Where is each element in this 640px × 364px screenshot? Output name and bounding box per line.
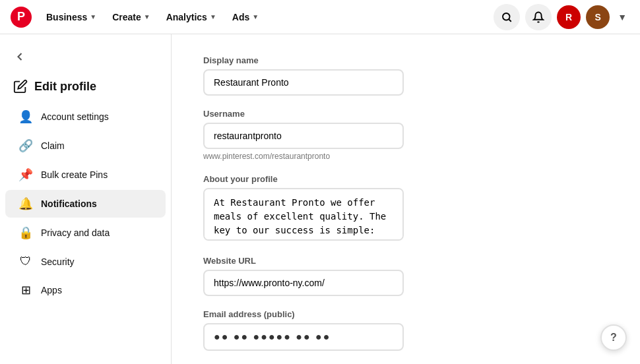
sidebar: Edit profile 👤 Account settings 🔗 Claim … (0, 34, 172, 364)
chevron-down-icon: ▼ (144, 13, 150, 20)
svg-point-0 (503, 13, 510, 20)
sidebar-title: Edit profile (34, 80, 96, 94)
sidebar-item-bulk-create-pins[interactable]: 📌 Bulk create Pins (5, 161, 166, 189)
nav-business-label: Business (46, 12, 87, 22)
notifications-button[interactable] (525, 4, 552, 30)
sidebar-item-claim[interactable]: 🔗 Claim (5, 132, 166, 160)
website-label: Website URL (203, 256, 404, 266)
edit-profile-form: Display name Username www.pinterest.com/… (203, 55, 404, 364)
pinterest-logo[interactable]: P (11, 7, 32, 28)
nav-business[interactable]: Business ▼ (40, 8, 103, 26)
email-label: Email address (public) (203, 309, 404, 319)
search-icon (501, 11, 513, 23)
edit-profile-icon (13, 79, 28, 94)
website-input[interactable] (203, 270, 404, 296)
chevron-down-icon: ▼ (210, 13, 216, 20)
nav-right: R S ▼ (494, 4, 629, 30)
username-label: Username (203, 109, 404, 119)
sidebar-item-privacy-data-label: Privacy and data (41, 228, 110, 238)
display-name-input[interactable] (203, 69, 404, 96)
sidebar-item-notifications[interactable]: 🔔 Notifications (5, 190, 166, 218)
back-arrow-icon (13, 50, 26, 63)
website-field-group: Website URL (203, 256, 404, 296)
sidebar-item-claim-label: Claim (41, 140, 65, 151)
nav-create-label: Create (112, 12, 141, 22)
nav-ads[interactable]: Ads ▼ (226, 8, 265, 26)
sidebar-items: 👤 Account settings 🔗 Claim 📌 Bulk create… (0, 103, 171, 304)
chevron-down-icon: ▼ (90, 13, 96, 20)
sidebar-item-security-label: Security (41, 257, 75, 267)
nav-left: P Business ▼ Create ▼ Analytics ▼ Ads ▼ (11, 7, 265, 28)
account-settings-icon: 👤 (18, 109, 33, 124)
claim-icon: 🔗 (18, 138, 33, 153)
nav-analytics-label: Analytics (166, 12, 207, 22)
privacy-data-icon: 🔒 (18, 226, 33, 240)
top-navigation: P Business ▼ Create ▼ Analytics ▼ Ads ▼ (0, 0, 640, 34)
user-avatar-primary[interactable]: R (557, 5, 581, 29)
sidebar-item-apps-label: Apps (41, 285, 62, 295)
sidebar-item-privacy-data[interactable]: 🔒 Privacy and data (5, 219, 166, 247)
bulk-create-pins-icon: 📌 (18, 167, 33, 182)
sidebar-item-account-settings[interactable]: 👤 Account settings (5, 103, 166, 131)
chevron-down-icon: ▼ (252, 13, 259, 20)
bell-icon (532, 11, 544, 23)
about-textarea[interactable]: At Restaurant Pronto we offer meals of e… (203, 188, 404, 241)
about-field-group: About your profile At Restaurant Pronto … (203, 174, 404, 243)
email-field-group: Email address (public) ●● ●● ●●●●● ●● ●● (203, 309, 404, 351)
user-avatar-secondary[interactable]: S (586, 5, 610, 29)
page-layout: Edit profile 👤 Account settings 🔗 Claim … (0, 34, 640, 364)
about-label: About your profile (203, 174, 404, 184)
username-url-hint: www.pinterest.com/restaurantpronto (203, 152, 404, 161)
username-field-group: Username www.pinterest.com/restaurantpro… (203, 109, 404, 161)
username-input[interactable] (203, 123, 404, 149)
sidebar-item-bulk-create-pins-label: Bulk create Pins (41, 169, 108, 180)
sidebar-item-security[interactable]: 🛡 Security (5, 248, 166, 275)
nav-create[interactable]: Create ▼ (106, 8, 157, 26)
search-button[interactable] (494, 4, 520, 30)
help-button[interactable]: ? (600, 324, 627, 351)
display-name-field-group: Display name (203, 55, 404, 96)
back-button[interactable] (0, 45, 171, 69)
svg-line-1 (509, 19, 511, 21)
account-menu-button[interactable]: ▼ (615, 9, 629, 25)
security-icon: 🛡 (18, 255, 33, 268)
apps-icon: ⊞ (18, 283, 33, 297)
nav-analytics[interactable]: Analytics ▼ (160, 8, 223, 26)
notifications-icon: 🔔 (18, 197, 33, 211)
email-masked-display: ●● ●● ●●●●● ●● ●● (203, 323, 404, 351)
sidebar-item-notifications-label: Notifications (41, 198, 97, 209)
main-content: Display name Username www.pinterest.com/… (172, 34, 640, 364)
nav-ads-label: Ads (232, 12, 249, 22)
sidebar-item-account-settings-label: Account settings (41, 111, 109, 122)
display-name-label: Display name (203, 55, 404, 65)
sidebar-item-apps[interactable]: ⊞ Apps (5, 276, 166, 304)
